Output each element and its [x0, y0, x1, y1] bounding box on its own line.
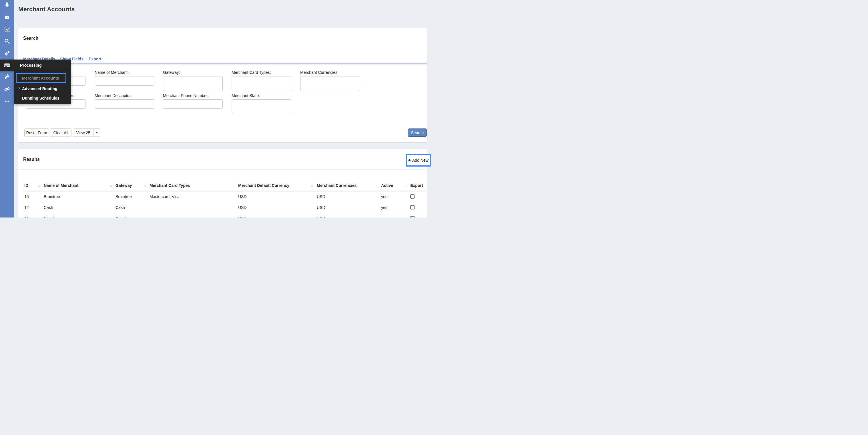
- chart-line-icon[interactable]: [4, 26, 10, 32]
- col-active: Active: [381, 183, 393, 188]
- field-label: Merchant State:: [231, 93, 291, 98]
- results-table: ID↑↓ Name of Merchant↑↓ Gateway↑↓ Mercha…: [23, 181, 426, 218]
- gateway-select[interactable]: [163, 76, 223, 91]
- caret-down-icon[interactable]: ▾: [93, 129, 100, 137]
- cell-currencies: USD: [316, 213, 380, 218]
- cell-name: Cash: [42, 202, 114, 213]
- view-count-button[interactable]: View 25 ▾: [73, 128, 100, 137]
- flyout-header-processing: Processing: [0, 60, 71, 71]
- menu-item-label: Merchant Accounts: [22, 76, 59, 80]
- search-icon[interactable]: [4, 38, 10, 44]
- field-merchant-descriptor: Merchant Descriptor:: [95, 93, 154, 109]
- sort-icon[interactable]: ↑↓: [232, 184, 234, 187]
- col-name-of-merchant: Name of Merchant: [44, 183, 78, 188]
- menu-item-label: Advanced Routing: [22, 85, 58, 92]
- col-gateway: Gateway: [116, 183, 132, 188]
- view-count-label: View 25: [73, 130, 93, 135]
- export-checkbox[interactable]: [410, 194, 414, 199]
- sort-icon[interactable]: ↑↓: [375, 184, 377, 187]
- results-panel: Results + Add New ID↑↓ Name of Merchant↑…: [18, 149, 427, 218]
- merchant-state-select[interactable]: [231, 99, 291, 113]
- col-merchant-default-currency: Merchant Default Currency: [238, 183, 289, 188]
- sort-icon[interactable]: ↑↓: [144, 184, 146, 187]
- credit-card-icon[interactable]: [4, 62, 10, 68]
- cell-card-types: Mastercard, Visa: [148, 191, 237, 202]
- field-merchant-phone-number: Merchant Phone Number:: [163, 93, 223, 109]
- search-button[interactable]: Search: [408, 128, 427, 137]
- plus-icon: +: [408, 158, 410, 163]
- col-id: ID: [24, 183, 28, 188]
- gears-icon[interactable]: [4, 50, 10, 56]
- merchant-card-types-select[interactable]: [231, 76, 291, 91]
- col-merchant-card-types: Merchant Card Types: [150, 183, 190, 188]
- field-label: Merchant Phone Number:: [163, 93, 223, 98]
- field-gateway: Gateway:: [163, 70, 223, 91]
- tab-export[interactable]: Export: [89, 57, 101, 61]
- cell-default-currency: USD: [237, 191, 316, 202]
- rocket-icon[interactable]: [4, 2, 10, 8]
- sort-icon[interactable]: ↑↓: [311, 184, 313, 187]
- dashboard-icon[interactable]: [4, 14, 10, 20]
- field-label: Merchant Descriptor:: [95, 93, 154, 98]
- clear-all-button[interactable]: Clear All: [50, 128, 71, 137]
- add-new-button[interactable]: + Add New: [406, 154, 431, 167]
- processing-flyout-menu: Merchant Accounts › Advanced Routing Dun…: [14, 71, 71, 104]
- add-new-label: Add New: [412, 158, 429, 163]
- cell-card-types: [148, 202, 237, 213]
- sort-icon[interactable]: ↑↓: [38, 184, 40, 187]
- field-label: Merchant Card Types:: [231, 70, 291, 75]
- field-merchant-state: Merchant State:: [231, 93, 291, 113]
- results-heading: Results: [23, 157, 40, 162]
- divider: [18, 47, 427, 47]
- reset-form-button[interactable]: Reset Form: [24, 128, 49, 137]
- field-label: Name of Merchant:: [95, 70, 154, 75]
- merchant-phone-number-input[interactable]: [163, 99, 223, 109]
- cell-active: yes: [380, 191, 409, 202]
- menu-item-merchant-accounts[interactable]: Merchant Accounts: [16, 73, 66, 83]
- col-merchant-currencies: Merchant Currencies: [317, 183, 356, 188]
- ellipsis-icon[interactable]: [4, 98, 10, 104]
- cell-name: Braintree: [42, 191, 114, 202]
- cell-active: yes: [380, 202, 409, 213]
- cell-gateway: Check: [114, 213, 148, 218]
- menu-item-advanced-routing[interactable]: › Advanced Routing: [14, 85, 71, 92]
- cell-id: 15: [23, 191, 42, 202]
- table-header-row: ID↑↓ Name of Merchant↑↓ Gateway↑↓ Mercha…: [23, 181, 426, 191]
- cell-card-types: [148, 213, 237, 218]
- merchant-currencies-select[interactable]: [300, 76, 360, 91]
- flyout-title: Processing: [20, 63, 41, 67]
- table-row[interactable]: 12 Cash Cash USD USD yes: [23, 202, 426, 213]
- merchant-descriptor-input[interactable]: [95, 99, 154, 109]
- field-label: Merchant Currencies:: [300, 70, 360, 75]
- page-title: Merchant Accounts: [18, 6, 75, 12]
- field-name-of-merchant: Name of Merchant:: [95, 70, 154, 86]
- sort-icon[interactable]: ↑↓: [404, 184, 406, 187]
- menu-item-dunning-schedules[interactable]: Dunning Schedules: [14, 95, 71, 102]
- chevron-right-icon: ›: [18, 84, 20, 91]
- field-label: Gateway:: [163, 70, 223, 75]
- cell-gateway: Braintree: [114, 191, 148, 202]
- col-export: Export: [410, 183, 423, 188]
- search-heading: Search: [23, 36, 38, 41]
- sidebar: [0, 0, 14, 218]
- cell-default-currency: USD: [237, 213, 316, 218]
- cell-active: yes: [380, 213, 409, 218]
- table-row[interactable]: 15 Braintree Braintree Mastercard, Visa …: [23, 191, 426, 202]
- table-row[interactable]: 11 Check Check USD USD yes: [23, 213, 426, 218]
- cell-currencies: USD: [316, 191, 380, 202]
- cell-id: 12: [23, 202, 42, 213]
- cell-default-currency: USD: [237, 202, 316, 213]
- search-panel: Search Merchant Details Show Fields Expo…: [18, 28, 427, 142]
- cell-name: Check: [42, 213, 114, 218]
- sort-icon-ascending[interactable]: ↑↓: [110, 184, 112, 187]
- link-icon[interactable]: [4, 86, 10, 92]
- export-checkbox[interactable]: [410, 216, 414, 218]
- wrench-icon[interactable]: [4, 74, 10, 80]
- export-checkbox[interactable]: [410, 205, 414, 209]
- cell-id: 11: [23, 213, 42, 218]
- menu-item-label: Dunning Schedules: [22, 95, 59, 102]
- name-of-merchant-input[interactable]: [95, 76, 154, 86]
- field-merchant-card-types: Merchant Card Types:: [231, 70, 291, 91]
- divider: [18, 169, 427, 170]
- cell-gateway: Cash: [114, 202, 148, 213]
